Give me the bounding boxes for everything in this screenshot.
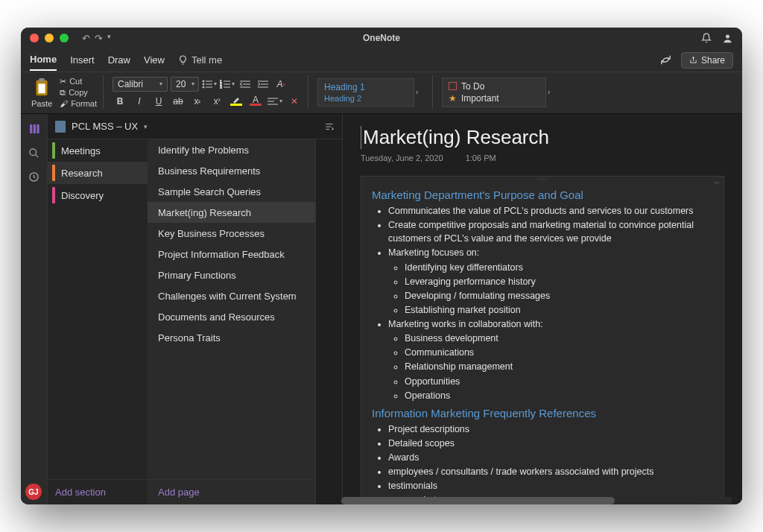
bullet-list[interactable]: Communicates the value of PCL's products…: [372, 204, 713, 402]
copy-button[interactable]: ⧉Copy: [60, 88, 97, 98]
list-item[interactable]: Operations: [405, 389, 713, 402]
font-size-select[interactable]: 20▾: [171, 77, 199, 92]
page-item[interactable]: Primary Functions: [148, 265, 315, 285]
section-item[interactable]: Research: [48, 162, 148, 184]
recent-icon[interactable]: [27, 169, 42, 184]
redo-icon[interactable]: ↷: [95, 33, 103, 44]
list-item[interactable]: Project descriptions: [388, 422, 713, 436]
share-button[interactable]: Share: [681, 52, 733, 69]
page-item[interactable]: Business Requirements: [148, 160, 315, 181]
page-canvas[interactable]: Market(ing) Research Tuesday, June 2, 20…: [343, 114, 742, 504]
highlight-button[interactable]: ▾: [229, 95, 244, 108]
bullets-button[interactable]: ▾: [202, 77, 217, 92]
notebook-name: PCL MSS – UX: [72, 121, 138, 132]
delete-button[interactable]: ✕: [287, 95, 302, 108]
list-item[interactable]: employees / consultants / trade workers …: [388, 465, 713, 478]
list-item[interactable]: testimonials: [388, 479, 713, 493]
tags-gallery[interactable]: To Do ★Important: [442, 77, 546, 107]
sync-icon[interactable]: [659, 54, 672, 66]
styles-expand-icon[interactable]: ›: [416, 88, 426, 96]
page-item[interactable]: Challenges with Current System: [148, 285, 315, 306]
close-window-icon[interactable]: [30, 34, 39, 42]
list-item[interactable]: Opportunities: [405, 375, 713, 388]
indent-button[interactable]: [256, 77, 270, 92]
cut-button[interactable]: ✂Cut: [60, 77, 97, 86]
section-item[interactable]: Meetings: [48, 139, 148, 162]
align-button[interactable]: ▾: [267, 95, 282, 108]
notebook-selector[interactable]: PCL MSS – UX ▾: [48, 114, 342, 139]
outdent-button[interactable]: [238, 77, 253, 92]
content-heading[interactable]: Information Marketing Frequently Referen…: [372, 407, 713, 419]
page-item[interactable]: Sample Search Queries: [148, 181, 315, 202]
styles-gallery[interactable]: Heading 1 Heading 2: [317, 78, 414, 107]
container-resize-handle[interactable]: ↔: [713, 178, 721, 186]
tab-view[interactable]: View: [144, 50, 165, 70]
tag-todo[interactable]: To Do: [449, 81, 539, 92]
page-item[interactable]: Persona Traits: [148, 327, 315, 348]
list-item[interactable]: Create competitive proposals and marketi…: [388, 218, 713, 245]
page-item[interactable]: Identify the Problems: [148, 139, 315, 160]
undo-icon[interactable]: ↶: [82, 33, 90, 44]
notebooks-icon[interactable]: [27, 121, 42, 136]
font-family-select[interactable]: Calibri▾: [113, 77, 168, 92]
page-item[interactable]: Documents and Resources: [148, 306, 315, 327]
clear-formatting-button[interactable]: Aᵩ: [273, 77, 288, 92]
list-item[interactable]: Relationship management: [405, 360, 713, 373]
list-item[interactable]: Business development: [405, 332, 713, 345]
sort-icon[interactable]: [324, 121, 335, 132]
list-item[interactable]: Marketing focuses on:Identifying key dif…: [388, 246, 713, 317]
horizontal-scrollbar[interactable]: [341, 497, 732, 504]
underline-button[interactable]: U: [151, 95, 166, 108]
list-item[interactable]: Communicates the value of PCL's products…: [388, 204, 713, 218]
content-heading[interactable]: Marketing Department's Purpose and Goal: [372, 189, 713, 201]
page-item[interactable]: Key Business Processes: [148, 223, 315, 244]
qat-customize-icon[interactable]: ▾: [107, 33, 111, 44]
container-drag-handle[interactable]: ····: [528, 176, 557, 180]
list-item[interactable]: Establishing market position: [405, 303, 713, 317]
page-item[interactable]: Market(ing) Research: [148, 202, 315, 223]
list-item[interactable]: Communications: [405, 346, 713, 359]
section-item[interactable]: Discovery: [48, 184, 148, 206]
superscript-button[interactable]: x²: [209, 95, 224, 108]
page-time[interactable]: 1:06 PM: [466, 153, 496, 162]
tag-important[interactable]: ★Important: [449, 93, 539, 104]
tab-insert[interactable]: Insert: [70, 50, 95, 70]
list-item[interactable]: Identifying key differentiators: [405, 261, 713, 274]
zoom-window-icon[interactable]: [60, 34, 69, 42]
bold-button[interactable]: B: [113, 95, 127, 108]
account-icon[interactable]: [722, 33, 733, 44]
add-page-button[interactable]: Add page: [148, 479, 315, 504]
page-item[interactable]: Project Information Feedback: [148, 244, 315, 265]
sub-bullet-list[interactable]: Identifying key differentiatorsLeveragin…: [388, 261, 713, 317]
page-date[interactable]: Tuesday, June 2, 2020: [361, 153, 443, 162]
minimize-window-icon[interactable]: [45, 34, 54, 42]
svg-rect-3: [38, 83, 45, 93]
section-label: Research: [61, 168, 103, 179]
numbering-button[interactable]: 123▾: [220, 77, 235, 92]
note-container[interactable]: ···· ↔ Marketing Department's Purpose an…: [361, 176, 724, 504]
list-item[interactable]: Marketing works in collaboration with:Bu…: [388, 317, 713, 402]
bullet-list[interactable]: Project descriptionsDetailed scopesAward…: [372, 422, 713, 504]
page-title[interactable]: Market(ing) Research: [361, 126, 724, 149]
paste-button[interactable]: Paste: [27, 75, 57, 110]
list-item[interactable]: Awards: [388, 451, 713, 464]
list-item[interactable]: Developing / formulating messages: [405, 289, 713, 303]
font-color-button[interactable]: A▾: [248, 95, 263, 108]
list-item[interactable]: Leveraging performance history: [405, 275, 713, 288]
tab-home[interactable]: Home: [30, 49, 57, 71]
tab-draw[interactable]: Draw: [108, 50, 130, 70]
tell-me-search[interactable]: Tell me: [178, 54, 222, 66]
strikethrough-button[interactable]: ab: [171, 95, 186, 108]
format-painter-button[interactable]: 🖌Format: [60, 99, 97, 108]
notifications-icon[interactable]: [701, 33, 712, 44]
subscript-button[interactable]: x₂: [190, 95, 205, 108]
sub-bullet-list[interactable]: Business developmentCommunicationsRelati…: [388, 332, 713, 402]
add-section-button[interactable]: Add section: [48, 479, 148, 504]
search-icon[interactable]: [27, 145, 42, 160]
avatar[interactable]: GJ: [25, 484, 42, 500]
list-item[interactable]: Detailed scopes: [388, 437, 713, 450]
style-heading1[interactable]: Heading 1: [324, 82, 408, 92]
style-heading2[interactable]: Heading 2: [324, 94, 408, 103]
tags-expand-icon[interactable]: ›: [548, 88, 558, 96]
italic-button[interactable]: I: [132, 95, 147, 108]
